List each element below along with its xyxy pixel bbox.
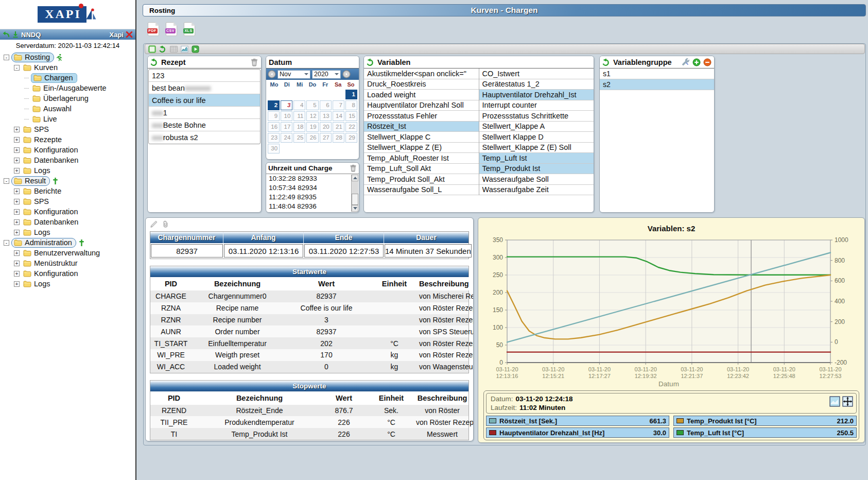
tree-expander[interactable] bbox=[14, 137, 20, 143]
calendar-day[interactable]: 7 bbox=[333, 100, 344, 110]
download-arrow-icon[interactable] bbox=[12, 31, 19, 38]
export-xls-button[interactable]: XLS bbox=[184, 22, 195, 36]
calendar-day[interactable]: 27 bbox=[320, 133, 332, 143]
tree-item[interactable]: SPS bbox=[0, 196, 135, 207]
remove-group-button[interactable] bbox=[703, 58, 711, 66]
calendar-day[interactable]: 1 bbox=[345, 90, 357, 99]
tree-node[interactable]: Logs bbox=[22, 166, 51, 175]
charge-time-item[interactable]: 10:57:34 82934 bbox=[267, 184, 351, 193]
calendar-day[interactable]: 5 bbox=[306, 100, 318, 110]
next-month-button[interactable] bbox=[342, 70, 351, 78]
tree-node[interactable]: Kurven bbox=[22, 63, 59, 72]
calendar-day[interactable]: 25 bbox=[293, 133, 305, 143]
tree-expander[interactable] bbox=[14, 250, 20, 256]
tree-item[interactable]: Logs bbox=[0, 227, 135, 237]
variable-item[interactable]: Stellwert_Klappe A bbox=[479, 122, 594, 132]
variable-item[interactable]: Druck_Roestkreis bbox=[364, 79, 479, 90]
year-select[interactable]: 2020 bbox=[312, 70, 341, 79]
tree-expander[interactable] bbox=[14, 209, 20, 215]
calendar-day[interactable]: 13 bbox=[320, 111, 332, 121]
calendar-day[interactable] bbox=[293, 90, 305, 99]
tree-expander[interactable] bbox=[14, 158, 20, 163]
calendar-day[interactable] bbox=[293, 144, 305, 153]
charge-time-item[interactable]: 10:32:28 82933 bbox=[267, 175, 351, 184]
tree-expander[interactable] bbox=[14, 271, 20, 277]
add-group-button[interactable] bbox=[692, 58, 701, 66]
tree-node[interactable]: Administration bbox=[11, 238, 76, 248]
chart-view-button[interactable] bbox=[181, 45, 188, 53]
calendar-day[interactable] bbox=[345, 144, 357, 153]
calendar-day[interactable]: 11 bbox=[293, 111, 305, 121]
reset-icon[interactable] bbox=[367, 58, 375, 66]
tree-expander[interactable] bbox=[4, 240, 9, 246]
calendar-day[interactable]: 23 bbox=[268, 133, 280, 143]
export-pdf-button[interactable]: PDF bbox=[148, 22, 159, 36]
variable-item[interactable]: Prozessstatus Schrittkette bbox=[479, 111, 594, 122]
calendar-day[interactable]: 12 bbox=[306, 111, 318, 121]
variable-item[interactable]: Röstzeit_Ist bbox=[364, 122, 479, 132]
tree-node[interactable]: Auswahl bbox=[31, 105, 73, 113]
rezept-item[interactable]: xxx1 bbox=[149, 107, 260, 119]
scroll-down-button[interactable] bbox=[352, 205, 358, 212]
rezept-item[interactable]: best bean xxxxxxx bbox=[149, 82, 260, 94]
prev-month-button[interactable] bbox=[268, 70, 276, 78]
variable-item[interactable]: Stellwert_Klappe Z (E) Soll bbox=[479, 143, 594, 153]
scrollbar[interactable] bbox=[351, 175, 358, 212]
tree-expander[interactable] bbox=[14, 230, 20, 235]
charge-time-item[interactable]: 11:48:04 82936 bbox=[267, 202, 351, 212]
tree-expander[interactable] bbox=[4, 178, 9, 184]
table-view-button[interactable] bbox=[170, 45, 178, 53]
tree-item[interactable]: Konfiguration bbox=[0, 207, 135, 217]
tree-item[interactable]: Administration bbox=[0, 237, 135, 248]
tree-expander[interactable] bbox=[14, 281, 20, 287]
calendar-day[interactable]: 6 bbox=[320, 100, 332, 110]
variable-item[interactable]: Temp_Luft_Soll Akt bbox=[364, 164, 479, 175]
variable-item[interactable]: Stellwert_Klappe Z (E) bbox=[364, 143, 479, 153]
variable-item[interactable]: Stellwert Klappe D bbox=[479, 132, 594, 143]
trash-icon[interactable] bbox=[350, 164, 357, 172]
close-icon[interactable] bbox=[126, 31, 133, 38]
tree-item[interactable]: Ein-/Ausgabewerte bbox=[0, 83, 135, 93]
tree-node[interactable]: Ein-/Ausgabewerte bbox=[31, 84, 108, 92]
variable-item[interactable]: Temp_Produkt Soll_Akt bbox=[364, 174, 479, 185]
calendar-day[interactable]: 2 bbox=[268, 100, 280, 110]
trash-icon[interactable] bbox=[250, 58, 258, 66]
tree-item[interactable]: Result bbox=[0, 176, 135, 186]
tree-item[interactable]: Auswahl bbox=[0, 104, 135, 114]
variable-item[interactable]: Prozessstatus Fehler bbox=[364, 111, 479, 122]
tree-node[interactable]: Logs bbox=[22, 280, 51, 288]
variable-item[interactable]: Wasseraufgabe Soll_L bbox=[364, 185, 479, 196]
calendar-day[interactable]: 30 bbox=[268, 144, 280, 153]
calendar-day[interactable]: 10 bbox=[281, 111, 292, 121]
scroll-thumb[interactable] bbox=[352, 194, 358, 205]
tree-node[interactable]: Überlagerung bbox=[31, 94, 90, 102]
variable-item[interactable]: Temp_Abluft_Roester Ist bbox=[364, 153, 479, 164]
tree-expander[interactable] bbox=[14, 188, 20, 194]
tree-item[interactable]: Menüstruktur bbox=[0, 258, 135, 268]
tree-item[interactable]: Konfiguration bbox=[0, 145, 135, 155]
tree-item[interactable]: Datenbanken bbox=[0, 155, 135, 165]
variable-item[interactable]: Temp_Luft Ist bbox=[479, 153, 594, 164]
scroll-track[interactable] bbox=[352, 181, 358, 205]
calendar-day[interactable] bbox=[281, 144, 292, 153]
wrench-icon[interactable] bbox=[682, 58, 690, 66]
tree-node[interactable]: Berichte bbox=[22, 187, 63, 195]
tree-node[interactable]: Logs bbox=[22, 228, 51, 236]
start-button[interactable] bbox=[192, 45, 199, 53]
calendar-day[interactable]: 19 bbox=[306, 122, 318, 132]
back-arrow-icon[interactable] bbox=[3, 31, 10, 38]
tree-item[interactable]: Berichte bbox=[0, 186, 135, 196]
tree-expander[interactable] bbox=[14, 199, 20, 204]
tree-expander[interactable] bbox=[14, 65, 20, 71]
calendar-day[interactable] bbox=[320, 144, 332, 153]
tree-item[interactable]: Datenbanken bbox=[0, 217, 135, 227]
legend-entry[interactable]: Temp_Produkt Ist [°C] 212.0 bbox=[673, 416, 857, 426]
tree-item[interactable]: Rosting bbox=[0, 52, 135, 62]
calendar-day[interactable] bbox=[333, 144, 344, 153]
calendar-day[interactable] bbox=[320, 90, 332, 99]
calendar-day[interactable]: 8 bbox=[345, 100, 357, 110]
pencil-icon[interactable] bbox=[150, 220, 158, 228]
tree-item[interactable]: Konfiguration bbox=[0, 268, 135, 279]
tree-node[interactable]: Konfiguration bbox=[22, 146, 79, 154]
reset-icon[interactable] bbox=[150, 58, 159, 66]
